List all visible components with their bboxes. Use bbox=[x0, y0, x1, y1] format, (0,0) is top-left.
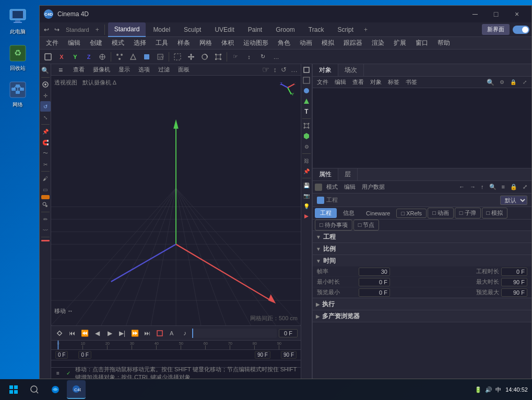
menu-render[interactable]: 渲染 bbox=[368, 38, 388, 49]
rp-hex-icon[interactable] bbox=[302, 131, 311, 141]
viewport-options-menu[interactable]: 选项 bbox=[136, 65, 152, 74]
coord-y[interactable]: Y bbox=[69, 51, 81, 63]
toolbar-poly-mode[interactable] bbox=[140, 51, 153, 63]
tl-next-key[interactable]: ⏩ bbox=[129, 328, 140, 338]
tl-goto-start[interactable]: ⏮ bbox=[67, 328, 77, 338]
tab-sculpt[interactable]: Sculpt bbox=[178, 22, 207, 37]
coord-z[interactable]: Z bbox=[82, 51, 95, 63]
tool-rect-sel[interactable]: ▭ bbox=[40, 184, 51, 195]
rp-T-icon[interactable]: T bbox=[302, 107, 311, 116]
prop-panel-icon[interactable] bbox=[315, 184, 322, 191]
menu-volume[interactable]: 体积 bbox=[217, 38, 238, 49]
rp-triangle-icon[interactable] bbox=[302, 96, 311, 106]
add-layout-button[interactable]: + bbox=[93, 26, 101, 33]
prop-forward[interactable]: → bbox=[468, 183, 478, 191]
prop-filter[interactable]: ≡ bbox=[500, 183, 507, 191]
toolbar-rotate[interactable] bbox=[198, 51, 211, 63]
subtab-simulate[interactable]: □ 模拟 bbox=[482, 208, 508, 219]
close-button[interactable]: × bbox=[506, 6, 527, 22]
frame-end-value2[interactable]: 90 F bbox=[281, 351, 297, 359]
redo-button[interactable]: ↪ bbox=[52, 26, 62, 33]
obj-menu-file[interactable]: 文件 bbox=[315, 78, 330, 87]
3d-viewport[interactable]: 透视视图 默认摄像机 ∆ X Y Z bbox=[51, 76, 301, 325]
ui-toggle[interactable] bbox=[513, 26, 529, 34]
tab-groom[interactable]: Groom bbox=[269, 22, 301, 37]
tl-record[interactable] bbox=[155, 328, 165, 338]
tool-select-live[interactable] bbox=[40, 79, 51, 90]
frame-end-value[interactable]: 90 F bbox=[255, 351, 270, 359]
tab-paint[interactable]: Paint bbox=[242, 22, 268, 37]
toolbar-hand[interactable]: ☞ bbox=[229, 51, 242, 63]
section-asset-header[interactable]: ▶ 多产资浏览器 bbox=[313, 310, 531, 322]
prop-search[interactable]: 🔍 bbox=[487, 183, 499, 191]
tool-scale[interactable]: ⤡ bbox=[40, 112, 51, 123]
menu-tracker[interactable]: 跟踪器 bbox=[339, 38, 367, 49]
new-scene-button[interactable]: 新界面 bbox=[482, 24, 510, 35]
menu-animate[interactable]: 动画 bbox=[295, 38, 316, 49]
taskbar-search-button[interactable] bbox=[25, 380, 44, 399]
desktop-icon-recycle[interactable]: ♻ 回收站 bbox=[6, 42, 29, 74]
lang-indicator[interactable]: 中 bbox=[495, 386, 501, 394]
viewport-menu-toggle[interactable]: ≡ bbox=[54, 64, 67, 76]
prop-mode-menu[interactable]: 模式 bbox=[324, 183, 340, 191]
tab-layer[interactable]: 层 bbox=[338, 168, 358, 180]
tool-paint[interactable]: 🖌 bbox=[40, 173, 51, 184]
obj-menu-bookmark[interactable]: 书签 bbox=[404, 78, 419, 87]
rp-node-icon[interactable] bbox=[302, 121, 311, 130]
rp-gear-icon[interactable]: ⚙ bbox=[302, 142, 311, 151]
viewport-more-tool[interactable]: … bbox=[291, 66, 298, 74]
tool-move[interactable]: ✛ bbox=[40, 90, 51, 101]
maximize-button[interactable]: □ bbox=[486, 6, 506, 22]
tool-pin[interactable]: 📌 bbox=[40, 126, 51, 137]
battery-icon[interactable]: 🔋 bbox=[475, 386, 482, 393]
minimize-button[interactable]: ─ bbox=[465, 6, 486, 22]
prop-up[interactable]: ↑ bbox=[479, 183, 486, 191]
tl-key-button[interactable] bbox=[54, 328, 65, 338]
toolbar-model-mode[interactable] bbox=[42, 51, 54, 63]
tool-magnet[interactable]: 🧲 bbox=[40, 137, 51, 148]
viewport-panel-menu[interactable]: 面板 bbox=[176, 65, 192, 74]
toolbar-scale[interactable] bbox=[212, 51, 224, 63]
obj-menu-tag[interactable]: 标签 bbox=[386, 78, 401, 87]
tool-smooth[interactable]: 〜 bbox=[40, 148, 51, 159]
subtab-info[interactable]: 信息 bbox=[338, 208, 360, 218]
tool-search[interactable]: 🔍 bbox=[40, 65, 51, 76]
tl-sound[interactable]: ♪ bbox=[180, 328, 190, 338]
subtab-cineware[interactable]: Cineware bbox=[361, 209, 395, 217]
obj-menu-object[interactable]: 对象 bbox=[368, 78, 384, 87]
menu-mesh[interactable]: 网格 bbox=[195, 38, 216, 49]
viewport-display-menu[interactable]: 显示 bbox=[116, 65, 132, 74]
rp-object-icon[interactable] bbox=[302, 65, 311, 75]
obj-menu-view[interactable]: 查看 bbox=[350, 78, 366, 87]
tab-script[interactable]: Script bbox=[331, 22, 360, 37]
rp-light-icon[interactable]: 💡 bbox=[302, 201, 311, 211]
coord-icon[interactable] bbox=[96, 51, 109, 63]
section-exec-header[interactable]: ▶ 执行 bbox=[313, 298, 531, 310]
rp-camera-icon[interactable]: 📷 bbox=[302, 191, 311, 200]
status-menu-icon[interactable]: ≡ bbox=[54, 370, 62, 377]
framerate-input[interactable] bbox=[359, 268, 390, 276]
desktop-icon-pc[interactable]: 此电脑 bbox=[6, 5, 29, 38]
rp-circle-icon[interactable] bbox=[302, 86, 311, 95]
tab-track[interactable]: Track bbox=[302, 22, 330, 37]
subtab-animation[interactable]: □ 动画 bbox=[428, 208, 454, 219]
prop-preset-select[interactable]: 默认 bbox=[500, 196, 527, 205]
toolbar-refresh[interactable]: ↻ bbox=[256, 51, 269, 63]
tab-standard[interactable]: Standard bbox=[108, 22, 146, 37]
maxtime-input[interactable] bbox=[501, 278, 527, 286]
tl-record-A[interactable]: A bbox=[167, 328, 178, 338]
tool-spline[interactable]: 〰 bbox=[40, 225, 51, 235]
menu-create[interactable]: 创建 bbox=[86, 38, 107, 49]
proj-length-input[interactable] bbox=[501, 268, 527, 276]
toolbar-select-all[interactable] bbox=[171, 51, 184, 63]
tool-orange[interactable] bbox=[41, 195, 50, 199]
tab-uvedit[interactable]: UVEdit bbox=[208, 22, 240, 37]
section-scale-header[interactable]: ▼ 比例 bbox=[313, 243, 531, 254]
volume-icon[interactable]: 🔊 bbox=[485, 386, 492, 393]
subtab-xrefs[interactable]: □ XRefs bbox=[396, 209, 427, 218]
prop-back[interactable]: ← bbox=[457, 183, 467, 191]
current-frame-input[interactable] bbox=[279, 329, 298, 337]
toolbar-uv-mode[interactable]: UV bbox=[154, 51, 167, 63]
preview-min-input[interactable] bbox=[359, 288, 390, 297]
obj-filter-icon[interactable]: ⚙ bbox=[497, 78, 506, 87]
